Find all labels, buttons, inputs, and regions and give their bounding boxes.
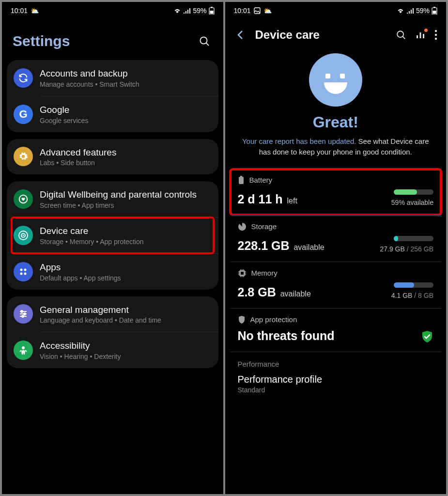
settings-item-title: Accessibility xyxy=(40,340,212,352)
svg-point-27 xyxy=(435,34,437,36)
svg-point-18 xyxy=(22,315,24,317)
svg-point-19 xyxy=(22,346,25,349)
settings-card: Digital Wellbeing and parental controlsS… xyxy=(7,181,218,289)
svg-point-26 xyxy=(435,30,437,32)
signal-icon xyxy=(183,8,191,14)
care-report-link[interactable]: Your care report has been updated. xyxy=(242,137,356,145)
weather-icon: ⛅ xyxy=(31,7,39,15)
search-icon xyxy=(396,30,406,40)
more-button[interactable] xyxy=(434,30,437,40)
svg-rect-20 xyxy=(254,8,260,14)
svg-rect-29 xyxy=(240,176,242,177)
settings-item-sub: Screen time • App timers xyxy=(40,202,212,209)
settings-item-sub: Vision • Hearing • Dexterity xyxy=(40,353,212,360)
settings-item-title: Device care xyxy=(40,225,212,237)
phone-left: 10:01 ⛅ 59% Settings Accounts and backup… xyxy=(2,2,223,494)
device-care-header: Device care xyxy=(225,19,447,46)
settings-header: Settings xyxy=(2,19,223,60)
performance-section: Performance Performance profile Standard xyxy=(230,352,442,394)
settings-item-apps[interactable]: AppsDefault apps • App settings xyxy=(7,254,218,290)
settings-card: General managementLanguage and keyboard … xyxy=(7,296,218,369)
settings-item-sub: Labs • Side button xyxy=(40,159,212,167)
settings-item-devicecare[interactable]: Device careStorage • Memory • App protec… xyxy=(12,217,214,253)
signal-icon xyxy=(406,8,414,14)
svg-line-4 xyxy=(206,43,209,46)
battery-row[interactable]: Battery 2 d 11 h left 59% available xyxy=(230,169,442,215)
svg-point-3 xyxy=(200,37,207,44)
settings-item-title: Accounts and backup xyxy=(40,68,212,79)
image-icon xyxy=(254,7,261,14)
settings-item-google[interactable]: GGoogleGoogle services xyxy=(7,96,218,132)
svg-rect-30 xyxy=(239,177,244,184)
memory-used: 4.1 GB / 8 GB xyxy=(391,292,433,299)
happy-face-icon xyxy=(309,53,362,107)
settings-card: Advanced featuresLabs • Side button xyxy=(7,139,218,175)
battery-icon xyxy=(209,7,215,15)
google-icon: G xyxy=(14,105,33,124)
svg-point-10 xyxy=(24,268,27,271)
apps-icon xyxy=(14,262,33,281)
memory-bar xyxy=(394,282,433,288)
svg-point-8 xyxy=(23,234,24,236)
settings-item-sub: Language and keyboard • Date and time xyxy=(40,316,212,324)
status-time: 10:01 xyxy=(11,7,28,15)
storage-used: 27.9 GB / 256 GB xyxy=(380,245,433,253)
settings-item-title: Apps xyxy=(40,262,212,273)
gear-icon xyxy=(14,147,33,166)
app-protection-status: No threats found xyxy=(238,329,335,343)
settings-item-title: General management xyxy=(40,304,212,316)
person-icon xyxy=(14,341,33,360)
app-protection-row[interactable]: App protection No threats found xyxy=(230,308,442,352)
more-vert-icon xyxy=(434,30,437,40)
page-title: Settings xyxy=(13,33,70,49)
svg-rect-2 xyxy=(210,11,213,14)
svg-line-25 xyxy=(402,36,405,39)
status-bar: 10:01 ⛅ 59% xyxy=(2,2,223,19)
settings-item-sub: Google services xyxy=(40,117,212,124)
storage-row[interactable]: Storage 228.1 GB available 27.9 GB / 256… xyxy=(230,215,442,262)
battery-available: 59% available xyxy=(391,199,433,206)
settings-item-accounts[interactable]: Accounts and backupManage accounts • Sma… xyxy=(7,60,218,96)
search-button[interactable] xyxy=(196,33,213,49)
status-time: 10:01 xyxy=(234,7,251,15)
settings-item-wellbeing[interactable]: Digital Wellbeing and parental controlsS… xyxy=(7,181,218,217)
care-icon xyxy=(14,226,33,245)
performance-profile-row[interactable]: Performance profile Standard xyxy=(230,372,442,394)
svg-rect-32 xyxy=(241,272,244,275)
page-title: Device care xyxy=(255,28,388,42)
weather-icon: ⛅ xyxy=(263,7,272,15)
svg-rect-23 xyxy=(433,11,436,14)
storage-bar xyxy=(394,236,433,241)
settings-item-title: Advanced features xyxy=(40,147,212,158)
hero-description: Your care report has been updated. See w… xyxy=(236,136,436,157)
heart-icon xyxy=(14,189,33,209)
status-battery-pct: 59% xyxy=(193,7,206,15)
battery-icon xyxy=(238,176,245,185)
phone-right: 10:01 ⛅ 59% Device care xyxy=(225,2,447,494)
shield-check-icon xyxy=(421,330,433,343)
performance-profile-label: Performance profile xyxy=(230,372,442,385)
performance-heading: Performance xyxy=(230,352,442,372)
device-care-hero: Great! Your care report has been updated… xyxy=(225,46,447,166)
back-button[interactable] xyxy=(234,29,247,41)
memory-icon xyxy=(238,269,247,278)
settings-card: Accounts and backupManage accounts • Sma… xyxy=(7,60,218,132)
battery-label: Battery xyxy=(249,176,273,184)
settings-item-accessibility[interactable]: AccessibilityVision • Hearing • Dexterit… xyxy=(7,332,218,368)
settings-item-title: Digital Wellbeing and parental controls xyxy=(40,189,212,201)
settings-item-title: Google xyxy=(40,104,212,116)
wifi-icon xyxy=(397,8,404,14)
notification-dot xyxy=(424,29,428,32)
status-battery-pct: 59% xyxy=(416,7,430,15)
settings-item-advanced[interactable]: Advanced featuresLabs • Side button xyxy=(7,139,218,175)
status-great: Great! xyxy=(313,113,358,131)
settings-item-sub: Default apps • App settings xyxy=(40,274,212,282)
memory-row[interactable]: Memory 2.8 GB available 4.1 GB / 8 GB xyxy=(230,262,442,308)
storage-icon xyxy=(238,222,247,231)
settings-item-general[interactable]: General managementLanguage and keyboard … xyxy=(7,296,218,332)
status-bar: 10:01 ⛅ 59% xyxy=(225,2,447,19)
search-button[interactable] xyxy=(396,30,406,40)
svg-point-11 xyxy=(20,272,23,275)
svg-point-12 xyxy=(24,272,27,275)
stats-button[interactable] xyxy=(415,30,426,40)
